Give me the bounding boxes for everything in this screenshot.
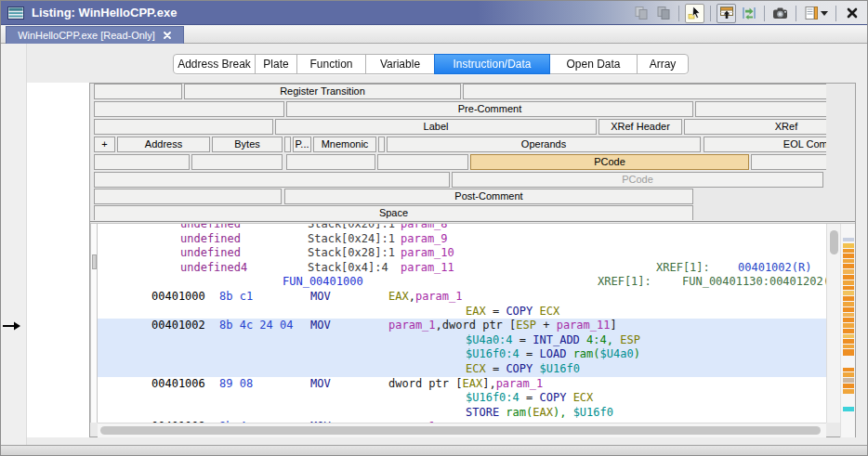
p-field-button[interactable]: P... — [293, 137, 311, 152]
tab-plate[interactable]: Plate — [255, 54, 297, 74]
left-empty-column — [27, 83, 89, 437]
empty-field-slot[interactable] — [286, 154, 375, 170]
xref-header-field-button[interactable]: XRef Header — [598, 119, 682, 135]
eol-comment-field-button[interactable]: EOL Comment — [704, 137, 826, 152]
toolbar-separator — [835, 6, 836, 21]
listing-line-11[interactable]: dword ptr [EAX],param_1 — [388, 377, 543, 390]
cursor-arrow-icon[interactable] — [685, 4, 704, 23]
listing-line-0[interactable]: undefined — [180, 224, 241, 230]
snapshot-camera-icon[interactable] — [770, 4, 790, 23]
marker-bar — [843, 291, 854, 295]
listing-line-7[interactable]: 8b 4c 24 04 — [219, 319, 293, 332]
empty-field-slot[interactable] — [751, 154, 826, 170]
pcode-field-button[interactable]: PCode — [452, 172, 823, 188]
tab-address-break[interactable]: Address Break — [173, 54, 256, 74]
empty-field-slot[interactable] — [94, 189, 282, 204]
listing-line-4[interactable]: FUN_00401130:00401202(c — [682, 275, 826, 288]
space-field-button[interactable]: Space — [94, 205, 693, 220]
empty-field-slot[interactable] — [191, 154, 283, 170]
format-tab-bar: Address BreakPlateFunctionVariableInstru… — [173, 54, 689, 74]
listing-line-3[interactable]: 00401002(R) — [738, 261, 811, 274]
listing-line-5[interactable]: EAX,param_1 — [388, 290, 463, 303]
mnemonic-field-button[interactable]: Mnemonic — [313, 137, 376, 152]
bytes-field-button[interactable]: Bytes — [212, 137, 283, 152]
tab-array[interactable]: Array — [637, 54, 689, 74]
listing-line-13[interactable]: STORE ram(EAX), $U16f0 — [466, 406, 613, 419]
marker-bar — [843, 280, 854, 285]
marker-bar — [843, 368, 854, 371]
document-tab[interactable]: WinHelloCPP.exe [Read-Only] — [6, 26, 184, 44]
listing-line-5[interactable]: 8b c1 — [219, 290, 253, 303]
listing-line-12[interactable]: $U16f0:4 = COPY ECX — [466, 391, 593, 404]
listing-line-3[interactable]: param_11 — [401, 261, 454, 274]
empty-field-slot[interactable] — [94, 119, 273, 135]
edit-fields-icon[interactable] — [717, 4, 736, 23]
empty-field-slot[interactable] — [284, 137, 291, 152]
listing-line-8[interactable]: $U4a0:4 = INT_ADD 4:4, ESP — [466, 333, 640, 346]
empty-field-slot[interactable] — [94, 172, 450, 188]
marker-bar — [843, 372, 854, 377]
listing-line-2[interactable]: Stack[0x28]:1 — [308, 246, 395, 259]
address-field-button[interactable]: Address — [117, 137, 210, 152]
listing-line-4[interactable]: FUN_00401000 — [283, 275, 363, 288]
listing-line-6[interactable]: EAX = COPY ECX — [466, 305, 559, 318]
listing-line-7[interactable]: MOV — [310, 319, 331, 332]
listing-line-11[interactable]: MOV — [310, 377, 331, 390]
horizontal-scrollbar-thumb[interactable] — [100, 426, 821, 435]
tab-function[interactable]: Function — [296, 54, 366, 74]
empty-field-slot[interactable] — [695, 101, 826, 117]
empty-field-slot[interactable] — [377, 154, 468, 170]
-field-button[interactable]: + — [94, 137, 115, 152]
vertical-scrollbar-thumb[interactable] — [830, 230, 838, 254]
listing-line-3[interactable]: XREF[1]: — [656, 261, 710, 274]
listing-line-2[interactable]: undefined — [180, 246, 241, 259]
label-field-button[interactable]: Label — [275, 119, 597, 135]
listing-line-1[interactable]: Stack[0x24]:1 — [308, 232, 395, 245]
empty-field-slot[interactable] — [463, 84, 826, 99]
listing-window: Listing: WinHelloCPP.exe — [0, 0, 868, 456]
listing-line-2[interactable]: param_10 — [401, 246, 454, 259]
vertical-scrollbar[interactable] — [826, 224, 840, 423]
listing-line-5[interactable]: 00401000 — [151, 290, 205, 303]
listing-line-10[interactable]: ECX = COPY $U16f0 — [466, 362, 580, 375]
listing-display-options-icon[interactable] — [802, 4, 830, 23]
listing-line-7[interactable]: 00401002 — [151, 319, 205, 332]
empty-field-slot[interactable] — [94, 84, 182, 99]
listing-line-0[interactable]: param_8 — [401, 224, 448, 230]
listing-line-9[interactable]: $U16f0:4 = LOAD ram($U4a0) — [466, 347, 640, 360]
tab-variable[interactable]: Variable — [365, 54, 435, 74]
listing-line-3[interactable]: undefined4 — [180, 261, 247, 274]
operands-field-button[interactable]: Operands — [387, 137, 701, 152]
pcode-field-button[interactable]: PCode — [470, 154, 749, 170]
tab-open-data[interactable]: Open Data — [549, 54, 638, 74]
marker-bar — [843, 249, 854, 253]
listing-line-5[interactable]: MOV — [310, 290, 331, 303]
dropdown-caret-icon[interactable] — [821, 11, 828, 16]
listing-line-1[interactable]: param_9 — [401, 232, 448, 245]
close-tab-icon[interactable] — [163, 31, 172, 40]
copy-icon[interactable] — [631, 4, 651, 23]
pre-comment-field-button[interactable]: Pre-Comment — [286, 101, 693, 117]
empty-field-slot[interactable] — [378, 137, 385, 152]
marker-margin[interactable] — [840, 224, 855, 437]
horizontal-scrollbar[interactable] — [98, 423, 826, 437]
listing-line-1[interactable]: undefined — [180, 232, 241, 245]
paste-icon[interactable] — [653, 4, 673, 23]
register-transition-field-button[interactable]: Register Transition — [184, 84, 461, 99]
listing-line-3[interactable]: Stack[0x4]:4 — [308, 261, 388, 274]
listing-line-4[interactable]: XREF[1]: — [598, 275, 651, 288]
empty-field-slot[interactable] — [94, 154, 190, 170]
listing-line-7[interactable]: param_1,dword ptr [ESP + param_11] — [388, 319, 617, 332]
listing-line-11[interactable]: 00401006 — [151, 377, 205, 390]
empty-field-slot[interactable] — [94, 101, 284, 117]
marker-bar — [843, 269, 854, 274]
xref-field-button[interactable]: XRef — [684, 119, 826, 135]
diff-view-icon[interactable] — [739, 4, 758, 23]
listing-line-0[interactable]: Stack[0x20]:1 — [308, 224, 395, 230]
window-titlebar: Listing: WinHelloCPP.exe — [1, 1, 867, 25]
post-comment-field-button[interactable]: Post-Comment — [284, 189, 693, 204]
field-format-editor: Register TransitionPre-CommentLabelXRef … — [94, 83, 826, 220]
close-window-icon[interactable] — [842, 4, 861, 23]
listing-line-11[interactable]: 89 08 — [219, 377, 253, 390]
tab-instruction-data[interactable]: Instruction/Data — [434, 54, 550, 74]
